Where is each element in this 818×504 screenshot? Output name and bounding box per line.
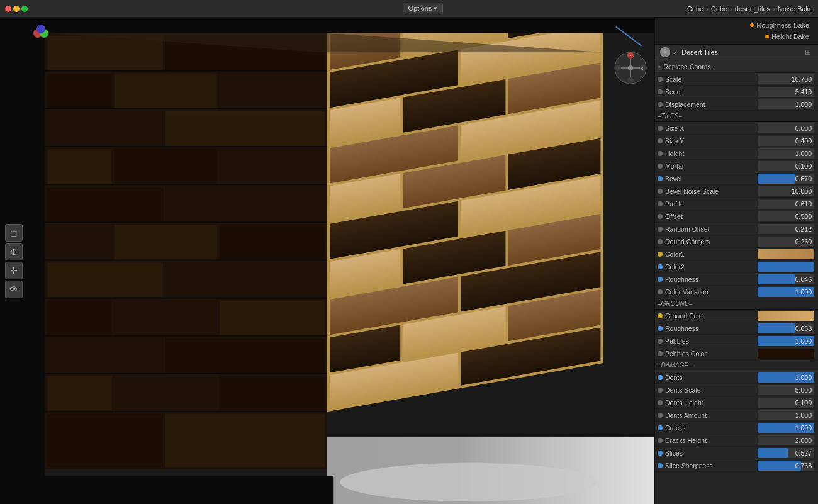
prop-size-y[interactable]: Size Y 0.400 [655,135,818,147]
displacement-value-wrapper[interactable]: 1.000 [758,99,814,109]
node-icon [660,47,670,57]
breadcrumb-desert[interactable]: desert_tiles [735,5,770,13]
minimize-button[interactable] [13,6,20,12]
round-corners-dot [658,239,663,244]
prop-ground-color[interactable]: Ground Color [655,310,818,322]
profile-value-wrapper[interactable]: 0.610 [758,199,814,209]
bevel-noise-value-wrapper[interactable]: 10.000 [758,186,814,196]
dents-scale-value-wrapper[interactable]: 5.000 [758,385,814,395]
pebbles-color-swatch[interactable] [758,349,814,359]
ground-color-swatch[interactable] [758,311,814,321]
height-value: 1.000 [758,148,814,159]
prop-seed[interactable]: Seed 5.410 [655,86,818,98]
slices-value-wrapper[interactable]: 0.527 [758,448,814,458]
prop-color2[interactable]: Color2 [655,260,818,273]
prop-dents-amount[interactable]: Dents Amount 1.000 [655,409,818,422]
prop-displacement[interactable]: Displacement 1.000 [655,98,818,111]
cracks-value-wrapper[interactable]: 1.000 [758,423,814,433]
move-tool[interactable]: ✛ [5,262,23,279]
breadcrumb-cube1[interactable]: Cube [687,5,703,13]
prop-cracks-height[interactable]: Cracks Height 2.000 [655,434,818,447]
window-controls-area [5,6,28,12]
prop-scale[interactable]: Scale 10.700 [655,73,818,86]
window-controls [5,6,28,12]
prop-pebbles[interactable]: Pebbles 1.000 [655,335,818,347]
ground-label: –GROUND– [658,300,814,307]
prop-pebbles-color[interactable]: Pebbles Color [655,347,818,360]
prop-size-x[interactable]: Size X 0.600 [655,122,818,135]
height-label: Height [665,150,755,157]
svg-point-83 [628,65,633,70]
prop-round-corners[interactable]: Round Corners 0.260 [655,235,818,248]
prop-profile[interactable]: Profile 0.610 [655,198,818,210]
main-content: ◻ ⊕ ✛ 👁 Z X [0,18,818,504]
round-corners-value-wrapper[interactable]: 0.260 [758,237,814,247]
select-tool[interactable]: ◻ [5,224,23,242]
prop-dents[interactable]: Dents 1.000 [655,371,818,384]
svg-rect-56 [165,414,325,467]
section-damage: –DAMAGE– [655,360,818,371]
options-button[interactable]: Options ▾ [403,3,444,14]
dents-height-value-wrapper[interactable]: 0.100 [758,398,814,408]
dents-value-wrapper[interactable]: 1.000 [758,372,814,383]
dents-amount-value-wrapper[interactable]: 1.000 [758,410,814,420]
svg-rect-49 [220,301,325,336]
slice-sharpness-value-wrapper[interactable]: 0.768 [758,461,814,471]
roughness-ground-value: 0.658 [758,323,814,333]
roughness-tiles-value-wrapper[interactable]: 0.646 [758,274,814,284]
prop-offset[interactable]: Offset 0.500 [655,210,818,223]
color1-swatch[interactable] [758,249,814,259]
round-corners-label: Round Corners [665,238,755,245]
dents-dot [658,375,663,380]
replace-coords-row[interactable]: ● Replace Coords. [655,60,818,73]
color2-swatch[interactable] [758,262,814,272]
breadcrumb-noise[interactable]: Noise Bake [778,5,813,13]
prop-random-offset[interactable]: Random Offset 0.212 [655,223,818,235]
tab-height-bake[interactable]: Height Bake [761,31,813,42]
prop-color-variation[interactable]: Color Variation 1.000 [655,286,818,298]
prop-dents-height[interactable]: Dents Height 0.100 [655,396,818,409]
prop-mortar[interactable]: Mortar 0.100 [655,160,818,172]
color-variation-value-wrapper[interactable]: 1.000 [758,287,814,297]
roughness-ground-value-wrapper[interactable]: 0.658 [758,323,814,333]
height-value-wrapper[interactable]: 1.000 [758,148,814,159]
bevel-value-wrapper[interactable]: 0.670 [758,174,814,184]
svg-rect-36 [165,111,325,147]
mortar-value-wrapper[interactable]: 0.100 [758,161,814,171]
prop-cracks[interactable]: Cracks 1.000 [655,422,818,434]
prop-roughness-ground[interactable]: Roughness 0.658 [655,322,818,335]
prop-slice-sharpness[interactable]: Slice Sharpness 0.768 [655,459,818,472]
height-dot [658,151,663,156]
view-tool[interactable]: 👁 [5,281,23,298]
scale-value-wrapper[interactable]: 10.700 [758,74,814,84]
offset-label: Offset [665,213,755,220]
slices-dot [658,451,663,456]
properties-panel[interactable]: ● Replace Coords. Scale 10.700 Seed 5.41… [655,60,818,504]
prop-bevel[interactable]: Bevel 0.670 [655,172,818,185]
size-x-value-wrapper[interactable]: 0.600 [758,123,814,133]
tab-roughness-bake[interactable]: Roughness Bake [746,20,813,30]
cursor-tool[interactable]: ⊕ [5,243,23,260]
prop-bevel-noise[interactable]: Bevel Noise Scale 10.000 [655,185,818,198]
color-picker-icon[interactable] [31,24,50,43]
node-grid-button[interactable]: ⊞ [803,47,813,57]
seed-value-wrapper[interactable]: 5.410 [758,87,814,97]
prop-dents-scale[interactable]: Dents Scale 5.000 [655,384,818,396]
pebbles-label: Pebbles [665,337,755,345]
viewport[interactable]: ◻ ⊕ ✛ 👁 Z X [0,18,654,504]
breadcrumb-cube2[interactable]: Cube [711,5,727,13]
close-button[interactable] [5,6,11,12]
pebbles-value-wrapper[interactable]: 1.000 [758,336,814,346]
offset-value-wrapper[interactable]: 0.500 [758,211,814,221]
prop-roughness-tiles[interactable]: Roughness 0.646 [655,273,818,286]
maximize-button[interactable] [21,6,28,12]
size-y-value-wrapper[interactable]: 0.400 [758,136,814,146]
dents-scale-value: 5.000 [758,385,814,395]
cracks-height-value-wrapper[interactable]: 2.000 [758,435,814,445]
navigation-gizmo[interactable]: Z X [612,49,649,87]
dents-label: Dents [665,374,755,381]
prop-slices[interactable]: Slices 0.527 [655,447,818,459]
random-offset-value-wrapper[interactable]: 0.212 [758,224,814,234]
prop-height[interactable]: Height 1.000 [655,147,818,160]
prop-color1[interactable]: Color1 [655,248,818,260]
